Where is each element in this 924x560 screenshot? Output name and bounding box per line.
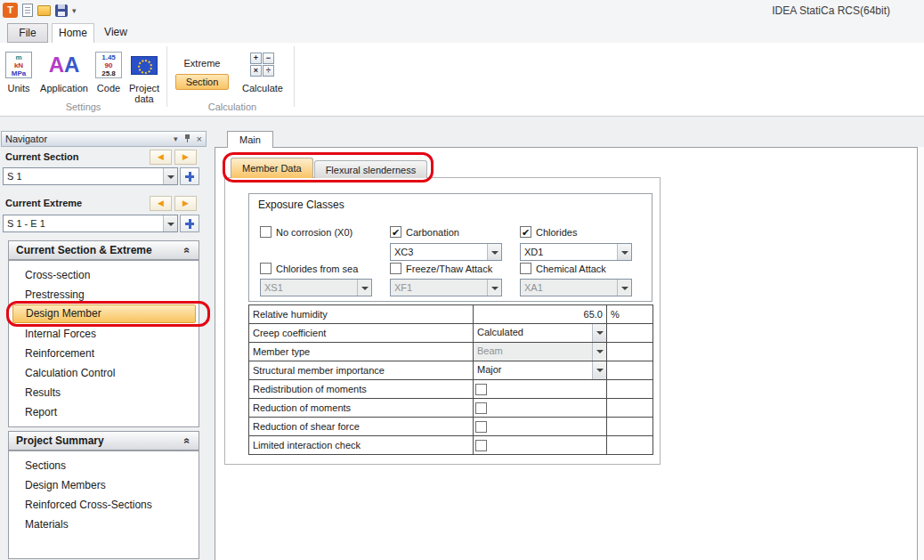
member-tab-strip: Member Data Flexural slenderness [231, 158, 427, 178]
nav-item-prestressing[interactable]: Prestressing [9, 285, 199, 304]
chlorides-class-select[interactable]: XD1 [520, 243, 632, 261]
member-data-page: Exposure Classes No corrosion (X0) ✔ Car… [224, 177, 661, 465]
chlorides-sea-checkbox[interactable] [260, 263, 272, 274]
nav-item-calculation-control[interactable]: Calculation Control [9, 363, 199, 383]
application-label: Application [37, 83, 91, 93]
code-label: Code [93, 83, 125, 93]
nav-item-reinforcement[interactable]: Reinforcement [9, 344, 199, 363]
table-row: Limited interaction check [249, 436, 653, 455]
units-button[interactable]: m kN MPa Units [2, 50, 36, 93]
table-row: Relative humidity 65.0 % [249, 305, 653, 324]
tab-home[interactable]: Home [52, 23, 94, 43]
nav-item-reinforced-cross-sections[interactable]: Reinforced Cross-Sections [9, 495, 199, 515]
table-row: Redistribution of moments [249, 380, 653, 399]
limited-interaction-checkbox[interactable] [475, 440, 487, 451]
exposure-classes-groupbox: Exposure Classes No corrosion (X0) ✔ Car… [248, 193, 652, 302]
chevron-down-icon[interactable] [163, 168, 177, 184]
project-summary-group-header[interactable]: Project Summary « [8, 431, 199, 450]
redistribution-moments-checkbox[interactable] [475, 384, 487, 395]
structural-importance-select[interactable]: Major [474, 361, 606, 379]
previous-extreme-button[interactable]: ◀ [150, 196, 172, 211]
chevron-down-icon[interactable] [163, 215, 177, 231]
open-file-icon[interactable] [37, 5, 51, 16]
main-area: Main Member Data Flexural slenderness Ex… [215, 131, 924, 560]
nav-item-design-members[interactable]: Design Members [9, 475, 199, 495]
new-document-icon[interactable] [22, 4, 33, 17]
navigator-panel: Navigator ▾ × Current Section ◀ ▶ S 1 Cu… [0, 131, 207, 560]
section-extreme-list: Cross-section Prestressing Design Member… [8, 260, 199, 427]
nav-item-results[interactable]: Results [9, 383, 199, 402]
navigator-titlebar: Navigator ▾ × [1, 131, 207, 147]
no-corrosion-checkbox[interactable] [260, 226, 272, 238]
save-icon[interactable] [55, 4, 68, 17]
freeze-thaw-checkbox[interactable] [390, 263, 401, 274]
reduction-shear-checkbox[interactable] [475, 421, 487, 433]
application-icon: A A [37, 50, 91, 80]
window-title: IDEA StatiCa RCS(64bit) [772, 4, 890, 17]
collapse-chevron-icon[interactable]: « [182, 438, 194, 444]
navigator-menu-icon[interactable]: ▾ [174, 134, 178, 144]
nav-item-sections[interactable]: Sections [9, 456, 199, 475]
current-extreme-select[interactable]: S 1 - E 1 [3, 215, 178, 232]
tab-member-data[interactable]: Member Data [231, 158, 313, 178]
tab-view[interactable]: View [98, 23, 134, 43]
quick-access-dropdown-icon[interactable]: ▾ [72, 6, 77, 15]
previous-section-button[interactable]: ◀ [150, 150, 172, 165]
current-extreme-label: Current Extreme [5, 198, 82, 208]
tab-file[interactable]: File [7, 23, 48, 43]
chevron-down-icon[interactable] [592, 361, 606, 379]
nav-item-report[interactable]: Report [9, 402, 199, 422]
property-label: Structural member importance [249, 361, 474, 380]
chlorides-checkbox[interactable]: ✔ [520, 226, 531, 238]
property-label: Creep coefficient [249, 324, 474, 343]
project-data-button[interactable]: Project data [126, 50, 162, 104]
nav-item-internal-forces[interactable]: Internal Forces [9, 324, 199, 344]
section-button[interactable]: Section [175, 74, 230, 90]
reduction-moments-checkbox[interactable] [475, 402, 487, 414]
code-button[interactable]: 1.45 90 25.8 Code [93, 50, 125, 93]
chevron-down-icon[interactable] [617, 244, 631, 260]
quick-access-toolbar: T ▾ [3, 3, 77, 18]
nav-item-cross-section[interactable]: Cross-section [9, 265, 199, 285]
creep-coefficient-select[interactable]: Calculated [474, 324, 606, 342]
calculation-group-label: Calculation [169, 101, 296, 112]
nav-item-design-member[interactable]: Design Member [12, 304, 196, 323]
add-extreme-button[interactable] [180, 215, 199, 232]
table-row: Structural member importance Major [249, 361, 653, 380]
close-icon[interactable]: × [197, 134, 202, 144]
chevron-down-icon[interactable] [592, 324, 606, 342]
chevron-down-icon[interactable] [487, 244, 501, 260]
right-edge-strip [918, 147, 924, 560]
chemical-attack-checkbox[interactable] [520, 263, 531, 274]
current-section-select[interactable]: S 1 [3, 167, 178, 185]
collapse-chevron-icon[interactable]: « [182, 248, 194, 254]
table-row: Reduction of shear force [249, 418, 653, 436]
next-extreme-button[interactable]: ▶ [174, 196, 197, 211]
table-row: Creep coefficient Calculated [249, 324, 653, 343]
property-label: Member type [249, 343, 474, 361]
carbonation-option: ✔ Carbonation [390, 226, 459, 238]
unit-label: % [607, 305, 653, 324]
ribbon-group-separator [166, 46, 167, 107]
doc-tab-main[interactable]: Main [227, 131, 273, 148]
chemical-attack-class-select: XA1 [520, 279, 632, 296]
add-section-button[interactable] [180, 167, 199, 185]
application-button[interactable]: A A Application [37, 50, 91, 93]
calculate-button[interactable]: + − × ÷ Calculate [235, 50, 290, 93]
app-logo-icon[interactable]: T [3, 3, 18, 18]
section-extreme-group-header[interactable]: Current Section & Extreme « [8, 240, 199, 260]
units-label: Units [2, 83, 36, 93]
next-section-button[interactable]: ▶ [174, 150, 197, 165]
nav-item-materials[interactable]: Materials [9, 515, 199, 534]
calculate-icon: + − × ÷ [250, 53, 275, 77]
pin-icon[interactable] [183, 134, 191, 144]
app-window: T ▾ IDEA StatiCa RCS(64bit) File Home Vi… [0, 0, 924, 560]
carbonation-checkbox[interactable]: ✔ [390, 226, 401, 238]
tab-flexural-slenderness[interactable]: Flexural slenderness [314, 160, 428, 178]
carbonation-class-select[interactable]: XC3 [390, 243, 502, 261]
property-label: Reduction of moments [249, 399, 474, 418]
chlorides-sea-class-select: XS1 [260, 279, 372, 296]
chlorides-sea-option: Chlorides from sea [260, 263, 358, 274]
relative-humidity-input[interactable]: 65.0 [474, 309, 606, 320]
extreme-button[interactable]: Extreme [174, 55, 230, 73]
